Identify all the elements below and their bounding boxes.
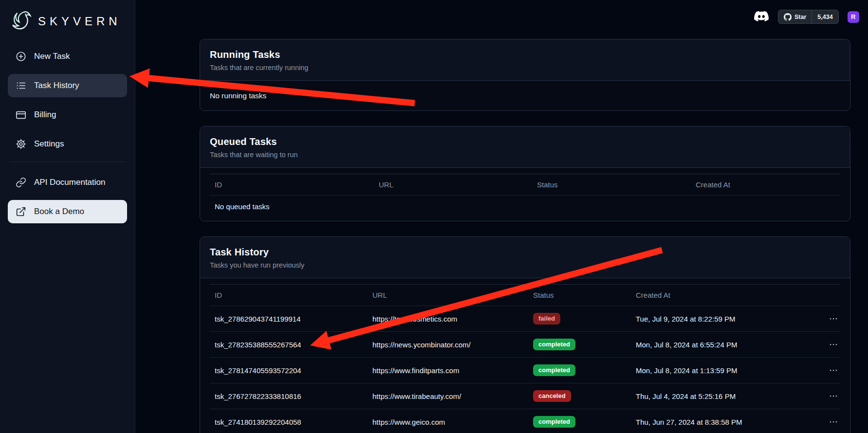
task-url: https://www.tirabeauty.com/: [368, 392, 528, 400]
task-id: tsk_276727822333810816: [210, 392, 368, 400]
book-a-demo-button[interactable]: Book a Demo: [8, 200, 127, 223]
column-header-id: ID: [210, 291, 368, 299]
card-title: Task History: [210, 247, 840, 258]
column-header-status: Status: [532, 180, 691, 189]
task-history-header: Task History Tasks you have run previous…: [200, 237, 850, 278]
status-badge: failed: [533, 313, 560, 325]
running-tasks-header: Running Tasks Tasks that are currently r…: [200, 39, 850, 81]
queued-tasks-empty-row: No queued tasks: [210, 196, 840, 217]
skyvern-dragon-icon: [10, 10, 33, 33]
sidebar-item-label: Billing: [34, 110, 56, 120]
status-badge: canceled: [533, 390, 571, 402]
column-header-id: ID: [210, 180, 374, 189]
task-id: tsk_278235388555267564: [210, 341, 368, 349]
sidebar-item-label: API Documentation: [34, 178, 105, 187]
row-menu-button[interactable]: ⋯: [824, 313, 840, 324]
task-created-at: Mon, Jul 8, 2024 at 1:13:59 PM: [631, 366, 824, 375]
column-header-url: URL: [368, 291, 528, 299]
sidebar-divider: [10, 162, 125, 162]
brand-logo: SKYVERN: [7, 7, 128, 45]
sidebar-item-new-task[interactable]: New Task: [8, 45, 127, 68]
user-avatar[interactable]: R: [848, 11, 859, 23]
card-title: Running Tasks: [210, 49, 840, 60]
main-content: Running Tasks Tasks that are currently r…: [200, 39, 850, 433]
github-icon: [784, 13, 792, 21]
queued-tasks-card: Queued Tasks Tasks that are waiting to r…: [200, 126, 850, 221]
column-header-created: Created At: [691, 180, 840, 189]
task-history-table: ID URL Status Created At tsk_27862904374…: [210, 284, 840, 433]
sidebar-item-label: Task History: [34, 81, 79, 90]
queued-tasks-body: ID URL Status Created At No queued tasks: [200, 168, 850, 221]
github-star-label: Star: [794, 14, 806, 20]
task-id: tsk_278147405593572204: [210, 366, 368, 375]
task-url: https://tartecosmetics.com: [368, 315, 528, 323]
table-row[interactable]: tsk_278629043741199914 https://tartecosm…: [210, 306, 840, 332]
github-star-widget[interactable]: Star 5,434: [778, 10, 839, 24]
column-header-url: URL: [374, 180, 532, 189]
queued-tasks-table: ID URL Status Created At No queued tasks: [210, 174, 840, 217]
sidebar-item-billing[interactable]: Billing: [8, 103, 127, 126]
table-header-row: ID URL Status Created At: [210, 285, 840, 306]
table-header-row: ID URL Status Created At: [210, 174, 840, 196]
status-badge: completed: [533, 339, 575, 350]
table-row[interactable]: tsk_276727822333810816 https://www.tirab…: [210, 383, 840, 409]
status-badge: completed: [533, 364, 575, 376]
plus-circle-icon: [16, 51, 26, 62]
card-subtitle: Tasks you have run previously: [210, 261, 840, 269]
sidebar-item-api-documentation[interactable]: API Documentation: [8, 171, 127, 194]
github-star-count[interactable]: 5,434: [812, 10, 838, 23]
sidebar-item-settings[interactable]: Settings: [8, 132, 127, 156]
task-id: tsk_274180139292204058: [210, 418, 368, 426]
running-tasks-empty: No running tasks: [200, 81, 850, 110]
sidebar-item-label: Settings: [34, 139, 64, 149]
gear-icon: [16, 139, 26, 149]
column-header-created: Created At: [631, 291, 824, 299]
sidebar-item-task-history[interactable]: Task History: [8, 74, 127, 97]
status-badge: completed: [533, 416, 575, 428]
row-menu-button[interactable]: ⋯: [824, 391, 840, 401]
card-subtitle: Tasks that are currently running: [210, 64, 840, 72]
sidebar: SKYVERN New Task Task History: [0, 0, 135, 433]
list-icon: [16, 80, 26, 91]
queued-tasks-empty: No queued tasks: [210, 202, 374, 211]
row-menu-button[interactable]: ⋯: [824, 416, 840, 427]
sidebar-item-label: Book a Demo: [34, 207, 84, 216]
row-menu-button[interactable]: ⋯: [824, 365, 840, 376]
sidebar-item-label: New Task: [34, 52, 70, 61]
card-title: Queued Tasks: [210, 136, 840, 147]
task-created-at: Thu, Jul 4, 2024 at 5:25:16 PM: [631, 392, 824, 400]
credit-card-icon: [16, 109, 26, 120]
task-history-body: ID URL Status Created At tsk_27862904374…: [200, 278, 850, 433]
github-star-button[interactable]: Star: [778, 10, 812, 23]
topbar: Star 5,434 R S: [754, 10, 868, 24]
running-tasks-card: Running Tasks Tasks that are currently r…: [200, 39, 850, 111]
running-tasks-body: No running tasks: [200, 81, 850, 110]
column-header-status: Status: [528, 291, 631, 299]
task-url: https://www.finditparts.com: [368, 366, 528, 375]
link-icon: [16, 177, 26, 188]
task-created-at: Thu, Jun 27, 2024 at 8:38:58 PM: [631, 418, 824, 426]
task-created-at: Tue, Jul 9, 2024 at 8:22:59 PM: [631, 315, 824, 323]
task-id: tsk_278629043741199914: [210, 315, 368, 323]
table-row[interactable]: tsk_278235388555267564 https://news.ycom…: [210, 332, 840, 358]
brand-name: SKYVERN: [38, 15, 121, 28]
external-link-icon: [16, 206, 26, 217]
queued-tasks-header: Queued Tasks Tasks that are waiting to r…: [200, 126, 850, 168]
sidebar-nav: New Task Task History Billing: [7, 45, 128, 223]
discord-icon[interactable]: [754, 11, 769, 23]
card-subtitle: Tasks that are waiting to run: [210, 151, 840, 159]
task-url: https://news.ycombinator.com/: [368, 341, 528, 349]
task-history-card: Task History Tasks you have run previous…: [200, 236, 850, 433]
row-menu-button[interactable]: ⋯: [824, 339, 840, 350]
task-url: https://www.geico.com: [368, 418, 528, 426]
table-row[interactable]: tsk_278147405593572204 https://www.findi…: [210, 358, 840, 383]
task-created-at: Mon, Jul 8, 2024 at 6:55:24 PM: [631, 341, 824, 349]
table-row[interactable]: tsk_274180139292204058 https://www.geico…: [210, 409, 840, 433]
